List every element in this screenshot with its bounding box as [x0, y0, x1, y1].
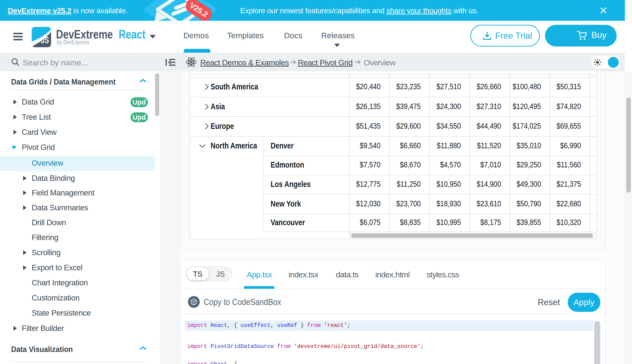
svg-text:JS: JS: [41, 35, 49, 45]
